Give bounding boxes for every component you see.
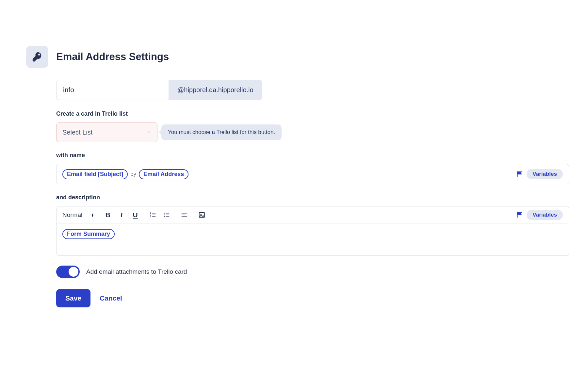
editor-toolbar: Normal ▲▼ B I U 1 xyxy=(57,206,569,224)
card-name-input[interactable]: Email field [Subject] by Email Address V… xyxy=(56,164,569,184)
name-variables-group: Variables xyxy=(516,169,563,179)
description-editor: Normal ▲▼ B I U 1 xyxy=(56,206,569,256)
trello-list-select[interactable]: Select List xyxy=(56,122,157,142)
header-row: Email Address Settings xyxy=(26,46,575,68)
email-local-input[interactable] xyxy=(56,80,169,100)
pill-email-subject[interactable]: Email field [Subject] xyxy=(62,169,128,179)
svg-point-16 xyxy=(201,214,202,215)
svg-text:3: 3 xyxy=(150,215,151,218)
email-address-row: @hipporel.qa.hipporello.io xyxy=(56,80,569,100)
settings-card: Email Address Settings @hipporel.qa.hipp… xyxy=(26,46,575,307)
name-variables-button[interactable]: Variables xyxy=(527,169,563,179)
editor-body[interactable]: Form Summary xyxy=(57,224,569,255)
flag-icon xyxy=(516,211,523,219)
action-row: Save Cancel xyxy=(56,289,569,307)
bold-button[interactable]: B xyxy=(104,211,112,219)
desc-variables-button[interactable]: Variables xyxy=(527,210,563,220)
pill-form-summary[interactable]: Form Summary xyxy=(62,229,115,239)
unordered-list-button[interactable] xyxy=(163,211,171,219)
attachments-toggle-label: Add email attachments to Trello card xyxy=(86,268,187,275)
save-button[interactable]: Save xyxy=(56,289,90,307)
page-title: Email Address Settings xyxy=(56,51,169,63)
by-text: by xyxy=(130,171,136,177)
toggle-knob xyxy=(69,267,78,277)
align-button[interactable] xyxy=(180,211,188,219)
description-label: and description xyxy=(56,194,569,201)
chevron-down-icon xyxy=(147,130,151,135)
italic-button[interactable]: I xyxy=(118,211,125,219)
trello-list-hint: You must choose a Trello list for this b… xyxy=(161,124,282,140)
toolbar-left: Normal ▲▼ B I U 1 xyxy=(62,211,206,219)
sort-caret-icon: ▲▼ xyxy=(91,213,94,217)
svg-point-10 xyxy=(164,215,165,216)
format-select[interactable]: Normal ▲▼ xyxy=(62,211,94,219)
desc-variables-group: Variables xyxy=(516,210,563,220)
svg-point-11 xyxy=(164,216,165,217)
ordered-list-button[interactable]: 1 2 3 xyxy=(149,211,157,219)
cancel-button[interactable]: Cancel xyxy=(100,294,122,302)
flag-icon xyxy=(516,171,523,178)
trello-list-placeholder: Select List xyxy=(62,129,92,136)
trello-list-row: Select List You must choose a Trello lis… xyxy=(56,122,569,142)
pill-email-address[interactable]: Email Address xyxy=(139,169,188,179)
attachments-toggle-row: Add email attachments to Trello card xyxy=(56,266,569,278)
attachments-toggle[interactable] xyxy=(56,266,80,278)
format-select-label: Normal xyxy=(62,211,82,219)
name-pills: Email field [Subject] by Email Address xyxy=(62,169,188,179)
image-button[interactable] xyxy=(198,211,206,219)
trello-list-label: Create a card in Trello list xyxy=(56,110,569,117)
underline-button[interactable]: U xyxy=(131,211,139,219)
with-name-label: with name xyxy=(56,152,569,159)
key-icon xyxy=(26,46,48,68)
settings-content: @hipporel.qa.hipporello.io Create a card… xyxy=(56,80,569,307)
email-domain-suffix: @hipporel.qa.hipporello.io xyxy=(169,80,262,100)
svg-point-9 xyxy=(164,213,165,214)
